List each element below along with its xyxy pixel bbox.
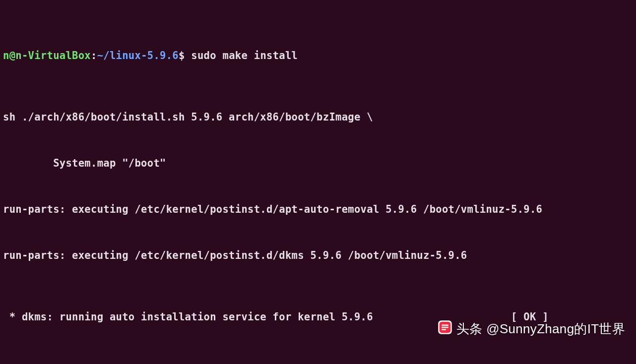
output-line: run-parts: executing /etc/kernel/postins… <box>3 202 633 217</box>
prompt-path: ~/linux-5.9.6 <box>97 50 179 61</box>
output-line: sh ./arch/x86/boot/install.sh 5.9.6 arch… <box>3 110 633 125</box>
toutiao-icon <box>438 320 452 338</box>
svg-rect-3 <box>442 327 448 328</box>
svg-rect-4 <box>442 329 446 330</box>
watermark-handle: @SunnyZhang的IT世界 <box>486 321 625 337</box>
svg-rect-2 <box>442 324 448 326</box>
terminal-viewport[interactable]: n@n-VirtualBox:~/linux-5.9.6$ sudo make … <box>0 0 636 364</box>
prompt-user: n@n-VirtualBox <box>3 50 91 61</box>
watermark-badge: 头条 @SunnyZhang的IT世界 <box>438 320 625 338</box>
prompt-separator: : <box>91 50 97 61</box>
dkms-text: * dkms: running auto installation servic… <box>3 311 373 323</box>
watermark-prefix: 头条 <box>456 321 483 337</box>
output-line: run-parts: executing /etc/kernel/postins… <box>3 248 633 263</box>
typed-command: sudo make install <box>191 50 298 61</box>
output-line: System.map "/boot" <box>3 156 633 171</box>
prompt-symbol: $ <box>179 50 185 61</box>
prompt-line-1: n@n-VirtualBox:~/linux-5.9.6$ sudo make … <box>3 48 633 63</box>
